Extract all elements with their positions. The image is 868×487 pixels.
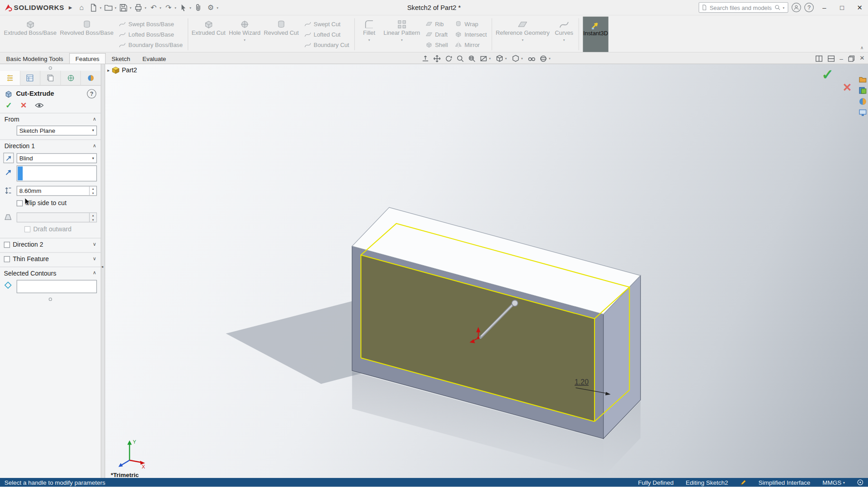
selected-contours-collapse-icon[interactable]: ∧ [93, 270, 96, 276]
instant3d-button[interactable]: Instant3D [583, 17, 608, 52]
appearances-icon[interactable] [859, 98, 867, 106]
tab-features[interactable]: Features [69, 53, 105, 64]
spin-up-icon[interactable]: ▲ [90, 187, 96, 191]
spin-down-icon[interactable]: ▼ [90, 191, 96, 195]
status-interface-mode[interactable]: Simplified Interface [759, 479, 811, 486]
depth-spinner[interactable]: ▲▼ [89, 187, 96, 196]
tab-featuremanager[interactable] [20, 71, 41, 85]
swept-boss-base-button[interactable]: Swept Boss/Base [118, 20, 183, 28]
print-button[interactable] [132, 1, 145, 14]
tab-evaluate[interactable]: Evaluate [136, 53, 172, 64]
direction2-checkbox[interactable] [4, 242, 10, 248]
maximize-button[interactable]: □ [835, 1, 849, 14]
split-horizontal-icon[interactable] [827, 55, 835, 62]
hole-wizard-button[interactable]: Hole Wizard ▾ [227, 17, 262, 52]
direction-reference-selection-box[interactable] [17, 165, 97, 182]
close-button[interactable]: ✕ [853, 1, 867, 14]
undo-caret-icon[interactable]: ▾ [160, 5, 161, 9]
search-icon[interactable] [774, 5, 780, 10]
draft-button[interactable]: Draft [425, 30, 448, 38]
cancel-button[interactable]: ✕ [20, 101, 27, 110]
panel-pin-dot[interactable] [49, 66, 52, 70]
ribbon-collapse-icon[interactable]: ∧ [860, 45, 863, 50]
open-caret-icon[interactable]: ▾ [115, 5, 117, 9]
section-caret-icon[interactable]: ▾ [489, 56, 491, 61]
menu-expand-icon[interactable]: ▶ [69, 5, 72, 10]
direction1-section-header[interactable]: Direction 1 [5, 143, 35, 150]
attachments-button[interactable] [192, 1, 204, 14]
split-vertical-icon[interactable] [815, 55, 822, 62]
swept-cut-button[interactable]: Swept Cut [304, 20, 349, 28]
options-caret-icon[interactable]: ▾ [217, 5, 218, 9]
pattern-caret-icon[interactable]: ▾ [401, 37, 403, 42]
selected-contours-section-header[interactable]: Selected Contours [4, 270, 57, 277]
doc-minimize-icon[interactable]: – [840, 55, 843, 62]
doc-close-icon[interactable]: ✕ [859, 55, 864, 62]
rib-button[interactable]: Rib [425, 20, 448, 28]
intersect-button[interactable]: Intersect [454, 30, 486, 38]
status-tab-icon[interactable] [857, 479, 864, 486]
design-library-icon[interactable] [859, 75, 867, 84]
splitter-collapse-icon[interactable]: ◂ [101, 264, 103, 269]
doc-restore-icon[interactable] [848, 55, 855, 62]
fillet-caret-icon[interactable]: ▾ [368, 37, 370, 42]
model-3d[interactable]: 1.20 [105, 64, 868, 478]
pan-icon[interactable] [433, 55, 441, 62]
appearance-caret-icon[interactable]: ▾ [549, 56, 551, 61]
rotate-view-icon[interactable] [445, 55, 453, 62]
flip-side-checkbox[interactable] [17, 200, 23, 206]
normal-to-icon[interactable] [421, 55, 429, 62]
new-caret-icon[interactable]: ▾ [100, 5, 102, 9]
revolved-boss-base-button[interactable]: Revolved Boss/Base [58, 17, 115, 52]
wrap-button[interactable]: Wrap [454, 20, 486, 28]
extruded-cut-button[interactable]: Extruded Cut [190, 17, 227, 52]
thin-feature-section-header[interactable]: Thin Feature [13, 256, 49, 262]
selected-contours-selection-box[interactable] [17, 280, 97, 293]
reference-geometry-button[interactable]: Reference Geometry ▾ [494, 17, 552, 52]
curves-button[interactable]: Curves ▾ [551, 17, 576, 52]
ok-button[interactable]: ✓ [5, 101, 12, 110]
tab-propertymanager[interactable] [0, 71, 20, 85]
show-preview-icon[interactable] [35, 102, 44, 108]
extruded-boss-base-button[interactable]: Extruded Boss/Base [2, 17, 58, 52]
reference-geometry-caret-icon[interactable]: ▾ [522, 37, 524, 42]
fillet-button[interactable]: Fillet ▾ [356, 17, 382, 52]
tab-displaymanager[interactable] [81, 71, 101, 85]
boundary-cut-button[interactable]: Boundary Cut [304, 41, 349, 49]
tree-expand-icon[interactable]: ▸ [108, 68, 110, 73]
status-units[interactable]: MMGS ▾ [822, 479, 844, 486]
home-button[interactable]: ⌂ [75, 1, 88, 14]
part-name[interactable]: Part2 [122, 67, 137, 74]
file-explorer-icon[interactable] [859, 86, 867, 94]
tab-sketch[interactable]: Sketch [105, 53, 136, 64]
select-tool-button[interactable] [177, 1, 189, 14]
new-document-button[interactable] [88, 1, 100, 14]
tab-configurationmanager[interactable] [41, 71, 61, 85]
graphics-viewport[interactable]: 1.20 ▸ Part2 ✓ ✕ Y X [105, 64, 868, 478]
lofted-boss-base-button[interactable]: Lofted Boss/Base [118, 30, 183, 38]
end-condition-dropdown[interactable]: Blind ▾ [17, 153, 97, 163]
boundary-boss-base-button[interactable]: Boundary Boss/Base [118, 41, 183, 49]
lofted-cut-button[interactable]: Lofted Cut [304, 30, 349, 38]
select-caret-icon[interactable]: ▾ [189, 5, 191, 9]
tab-dimxpertmanager[interactable] [61, 71, 81, 85]
thin-feature-checkbox[interactable] [4, 256, 10, 262]
user-account-icon[interactable] [792, 3, 801, 12]
redo-button[interactable]: ↷ [162, 1, 175, 14]
shell-button[interactable]: Shell [425, 41, 448, 49]
display-style-icon[interactable] [512, 55, 519, 62]
help-icon[interactable]: ? [804, 3, 814, 12]
from-dropdown[interactable]: Sketch Plane ▾ [17, 126, 97, 136]
direction2-section-header[interactable]: Direction 2 [13, 241, 43, 248]
save-button[interactable] [118, 1, 130, 14]
save-caret-icon[interactable]: ▾ [130, 5, 132, 9]
display-style-caret-icon[interactable]: ▾ [521, 56, 523, 61]
from-section-header[interactable]: From [5, 116, 19, 123]
curves-caret-icon[interactable]: ▾ [563, 37, 565, 42]
confirm-ok-icon[interactable]: ✓ [821, 66, 834, 84]
confirm-cancel-icon[interactable]: ✕ [843, 81, 852, 94]
mirror-button[interactable]: Mirror [454, 41, 486, 49]
zoom-to-fit-icon[interactable] [457, 55, 464, 62]
tab-basic-modeling-tools[interactable]: Basic Modeling Tools [0, 53, 69, 64]
view-orientation-icon[interactable] [496, 55, 504, 62]
